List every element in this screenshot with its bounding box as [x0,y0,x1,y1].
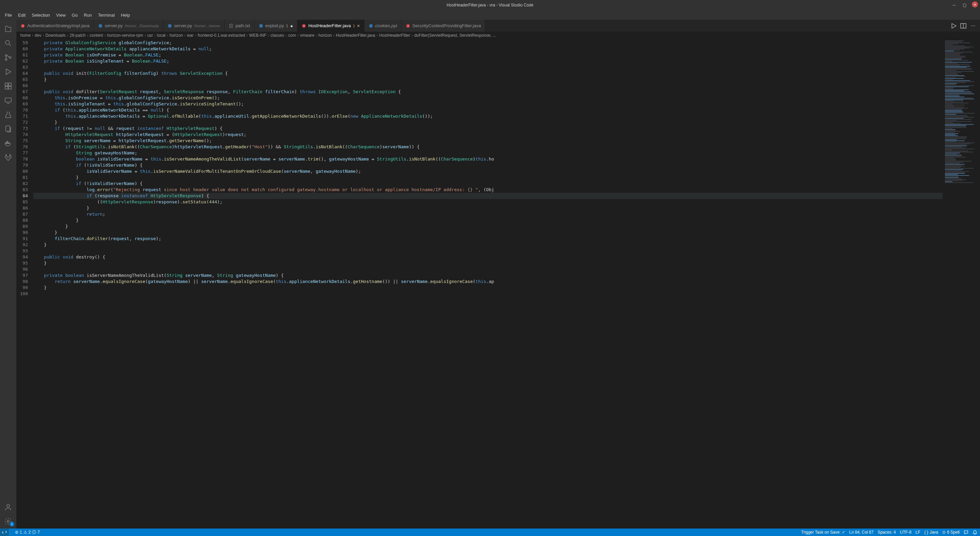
tab-desc: /home/.../server [194,24,220,28]
breadcrumb-item[interactable]: home [21,33,30,38]
breadcrumb-item[interactable]: war [187,33,194,38]
breadcrumb-item[interactable]: vmware [300,33,314,38]
tab-3[interactable]: path.txt [224,20,255,32]
eol-indicator[interactable]: LF [916,530,920,534]
menu-file[interactable]: File [2,11,14,19]
split-editor-icon[interactable] [960,23,966,29]
explorer-icon[interactable] [0,22,16,36]
tab-4[interactable]: exploit.py1● [255,20,298,32]
run-debug-icon[interactable] [0,65,16,79]
menu-go[interactable]: Go [69,11,80,19]
testing-icon[interactable] [0,108,16,122]
breadcrumb-item[interactable]: classes [270,33,284,38]
remote-explorer-icon[interactable] [0,93,16,108]
svg-rect-9 [6,126,10,131]
svg-point-0 [5,40,10,44]
breadcrumb-sep: › [105,33,106,38]
svg-point-14 [7,504,10,507]
menu-run[interactable]: Run [81,11,95,19]
indentation-indicator[interactable]: Spaces: 4 [878,530,896,534]
extensions-icon[interactable] [0,79,16,93]
remote-indicator[interactable] [0,528,9,536]
close-tab-icon[interactable]: × [357,23,360,29]
search-icon[interactable] [0,36,16,50]
breadcrumb-item[interactable]: horizon-service-rpm [107,33,143,38]
tab-7[interactable]: JSecurityContextProvidingFilter.java [401,20,485,32]
file-icon: J [301,24,306,28]
references-icon[interactable] [0,122,16,136]
menu-terminal[interactable]: Terminal [95,11,118,19]
breadcrumb-item[interactable]: com [288,33,296,38]
code-editor[interactable]: 5960616263646566676869707172737475767778… [16,39,980,528]
breadcrumb-sep: › [285,33,287,38]
feedback-icon[interactable] [964,530,969,534]
minimize-button[interactable]: ─ [950,2,959,9]
maximize-button[interactable]: ▢ [959,2,969,9]
breadcrumb-item[interactable]: content [89,33,103,38]
file-icon: J [21,24,25,28]
breadcrumb-item[interactable]: local [157,33,166,38]
svg-text:J: J [303,24,305,27]
tab-5[interactable]: JHostHeaderFilter.java1× [298,20,364,32]
warning-count: 2 [29,530,31,534]
breadcrumb-item[interactable]: doFilter(ServletRequest, ServletResponse… [414,33,496,38]
breadcrumbs[interactable]: home›dev›Downloads›28-patch›content›hori… [16,32,980,39]
breadcrumb-item[interactable]: frontend-0.1.war.extracted [198,33,245,38]
more-actions-icon[interactable]: ⋯ [970,23,976,29]
breadcrumb-item[interactable]: HostHeaderFilter [379,33,410,38]
breadcrumb-sep: › [333,33,334,38]
tab-0[interactable]: JAuthenticationStrategyImpl.java [16,20,94,32]
editor-tabs: JAuthenticationStrategyImpl.javaserver.p… [16,20,980,32]
svg-point-21 [259,24,263,27]
breadcrumb-item[interactable]: usr [147,33,153,38]
tab-6[interactable]: cookies.pyi [364,20,401,32]
close-window-button[interactable]: ✕ [972,2,978,8]
svg-text:J: J [22,24,24,27]
info-count: 7 [37,530,40,534]
cursor-position[interactable]: Ln 84, Col 67 [850,530,873,534]
breadcrumb-item[interactable]: HostHeaderFilter.java [336,33,375,38]
breadcrumb-sep: › [167,33,168,38]
breadcrumb-sep: › [67,33,68,38]
settings-gear-icon[interactable]: 1 [0,514,16,528]
source-control-icon[interactable] [0,50,16,65]
svg-point-24 [369,24,372,27]
tab-2[interactable]: server.py/home/.../server [163,20,224,32]
trigger-task-indicator[interactable]: Trigger Task on Save: ✓ [801,530,845,534]
breadcrumb-sep: › [411,33,413,38]
run-icon[interactable] [951,23,957,29]
gitlab-icon[interactable] [0,150,16,165]
tab-1[interactable]: server.py/home/.../Downloads [94,20,163,32]
accounts-icon[interactable] [0,500,16,514]
problems-indicator[interactable]: ⊘1 ⚠2 ⓘ7 [15,530,40,535]
breadcrumb-sep: › [268,33,269,38]
spell-indicator[interactable]: ⊙ 6 Spell [942,530,959,534]
file-icon [369,24,373,28]
error-count: 1 [20,530,22,534]
tab-label: path.txt [235,23,250,28]
encoding-indicator[interactable]: UTF-8 [900,530,912,534]
tab-desc: /home/.../Downloads [125,24,159,28]
docker-icon[interactable] [0,136,16,150]
menu-help[interactable]: Help [118,11,133,19]
notifications-icon[interactable] [972,530,977,534]
breadcrumb-item[interactable]: horizon [169,33,183,38]
breadcrumb-item[interactable]: horizon [318,33,332,38]
code-content[interactable]: private GlobalConfigService globalConfig… [33,39,943,528]
svg-point-19 [168,24,172,27]
breadcrumb-sep: › [185,33,186,38]
tab-label: server.py [174,23,192,28]
minimap[interactable] [943,39,980,528]
breadcrumb-item[interactable]: dev [35,33,41,38]
language-mode[interactable]: { } Java [924,530,939,534]
menu-view[interactable]: View [53,11,68,19]
breadcrumb-sep: › [376,33,378,38]
tab-label: SecurityContextProvidingFilter.java [412,23,481,28]
breadcrumb-item[interactable]: 28-patch [70,33,86,38]
dirty-indicator: ● [290,24,293,28]
menu-selection[interactable]: Selection [29,11,52,19]
breadcrumb-item[interactable]: Downloads [45,33,65,38]
breadcrumb-item[interactable]: WEB-INF [249,33,266,38]
titlebar: HostHeaderFilter.java - vra - Visual Stu… [0,0,980,10]
menu-edit[interactable]: Edit [15,11,28,19]
